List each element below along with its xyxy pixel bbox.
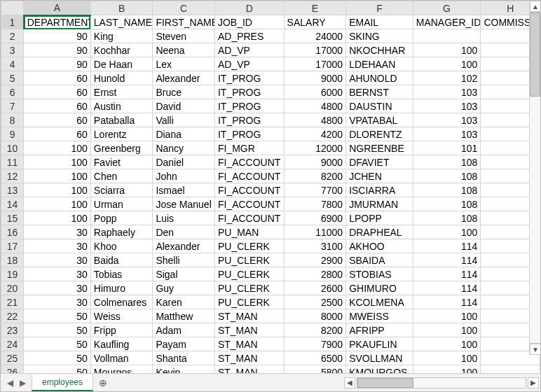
cell[interactable]: 90 [24, 43, 91, 57]
cell[interactable]: 4800 [284, 99, 346, 113]
cell[interactable]: 7700 [284, 183, 346, 197]
cell[interactable]: FI_ACCOUNT [214, 183, 284, 197]
cell[interactable]: AD_VP [214, 43, 284, 57]
cell[interactable]: Fripp [90, 323, 153, 337]
row-header[interactable]: 26 [1, 365, 24, 374]
cell[interactable]: 8200 [284, 323, 346, 337]
row-header[interactable]: 12 [1, 169, 24, 183]
cell[interactable]: Lex [153, 57, 215, 71]
cell[interactable]: ISCIARRA [346, 183, 413, 197]
cell[interactable]: Neena [153, 43, 215, 57]
cell[interactable]: 100 [24, 155, 91, 169]
cell[interactable]: 6000 [284, 85, 346, 99]
cell[interactable]: 103 [413, 127, 481, 141]
vertical-scroll-thumb[interactable] [530, 13, 540, 97]
cell[interactable]: IT_PROG [214, 99, 284, 113]
cell[interactable]: 100 [24, 169, 91, 183]
cell[interactable]: 103 [413, 99, 481, 113]
cell[interactable]: IT_PROG [214, 127, 284, 141]
cell[interactable]: 60 [24, 85, 91, 99]
row-header[interactable]: 6 [1, 85, 24, 99]
cell[interactable]: GHIMURO [346, 281, 413, 295]
cell[interactable]: 100 [24, 197, 91, 211]
sheet-tab-active[interactable]: employees [32, 374, 93, 391]
cell[interactable]: 114 [413, 239, 481, 253]
cell[interactable]: PU_CLERK [214, 267, 284, 281]
cell[interactable]: SALARY [284, 15, 346, 29]
horizontal-scrollbar[interactable]: ◀ ▶ [344, 374, 540, 391]
cell[interactable]: 100 [413, 43, 481, 57]
row-header[interactable]: 15 [1, 211, 24, 225]
cell[interactable]: Popp [90, 211, 153, 225]
cell[interactable]: Kochhar [90, 43, 153, 57]
cell[interactable]: AD_PRES [214, 29, 284, 43]
scroll-up-button[interactable]: ▲ [530, 1, 540, 12]
cell[interactable]: 50 [24, 309, 91, 323]
cell[interactable]: Guy [153, 281, 215, 295]
row-header[interactable]: 14 [1, 197, 24, 211]
cell[interactable]: PU_MAN [214, 225, 284, 239]
cell[interactable]: SBAIDA [346, 253, 413, 267]
cell[interactable]: NGREENBE [346, 141, 413, 155]
column-header-G[interactable]: G [413, 1, 481, 15]
cell[interactable]: AFRIPP [346, 323, 413, 337]
horizontal-scroll-thumb[interactable] [357, 378, 413, 388]
cell[interactable]: JMURMAN [346, 197, 413, 211]
cell[interactable]: Sigal [153, 267, 215, 281]
row-header[interactable]: 4 [1, 57, 24, 71]
cell[interactable]: Alexander [153, 71, 215, 85]
cell[interactable]: 9000 [284, 155, 346, 169]
cell[interactable]: Khoo [90, 239, 153, 253]
cell[interactable]: 103 [413, 85, 481, 99]
cell[interactable]: Daniel [153, 155, 215, 169]
cell[interactable]: MWEISS [346, 309, 413, 323]
cell[interactable]: DAUSTIN [346, 99, 413, 113]
cell[interactable]: BERNST [346, 85, 413, 99]
cell[interactable]: IT_PROG [214, 85, 284, 99]
cell[interactable]: 60 [24, 127, 91, 141]
cell[interactable]: Bruce [153, 85, 215, 99]
cell[interactable]: 60 [24, 99, 91, 113]
cell[interactable] [481, 365, 540, 374]
cell[interactable]: KCOLMENA [346, 295, 413, 309]
cell[interactable]: 50 [24, 365, 91, 374]
row-header[interactable]: 22 [1, 309, 24, 323]
cell[interactable]: 4200 [284, 127, 346, 141]
cell[interactable]: Pataballa [90, 113, 153, 127]
cell[interactable]: NKOCHHAR [346, 43, 413, 57]
cell[interactable]: FI_ACCOUNT [214, 169, 284, 183]
cell[interactable]: 100 [24, 183, 91, 197]
cell[interactable]: AD_VP [214, 57, 284, 71]
row-header[interactable]: 24 [1, 337, 24, 351]
cell[interactable]: 6900 [284, 211, 346, 225]
column-header-F[interactable]: F [346, 1, 413, 15]
cell[interactable]: Raphaely [90, 225, 153, 239]
cell[interactable]: 100 [413, 225, 481, 239]
cell[interactable]: 8200 [284, 169, 346, 183]
cell[interactable]: ST_MAN [214, 351, 284, 365]
cell[interactable]: PU_CLERK [214, 281, 284, 295]
cell[interactable]: 8000 [284, 309, 346, 323]
column-header-D[interactable]: D [214, 1, 284, 15]
column-header-B[interactable]: B [90, 1, 153, 15]
cell[interactable]: PU_CLERK [214, 295, 284, 309]
row-header[interactable]: 18 [1, 253, 24, 267]
cell[interactable]: Lorentz [90, 127, 153, 141]
cell[interactable]: 50 [24, 323, 91, 337]
cell[interactable]: Jose Manuel [153, 197, 215, 211]
cell[interactable]: 108 [413, 183, 481, 197]
cell[interactable]: 100 [24, 141, 91, 155]
horizontal-scroll-track[interactable] [357, 377, 526, 388]
cell[interactable]: 2600 [284, 281, 346, 295]
cell[interactable]: Baida [90, 253, 153, 267]
column-header-E[interactable]: E [284, 1, 346, 15]
cell[interactable]: Ismael [153, 183, 215, 197]
cell[interactable]: 100 [413, 309, 481, 323]
cell[interactable]: ST_MAN [214, 365, 284, 374]
cell[interactable]: De Haan [90, 57, 153, 71]
cell[interactable]: ST_MAN [214, 337, 284, 351]
row-header[interactable]: 10 [1, 141, 24, 155]
cell[interactable]: LAST_NAME [90, 15, 153, 29]
cell[interactable]: 30 [24, 253, 91, 267]
cell[interactable]: FI_MGR [214, 141, 284, 155]
